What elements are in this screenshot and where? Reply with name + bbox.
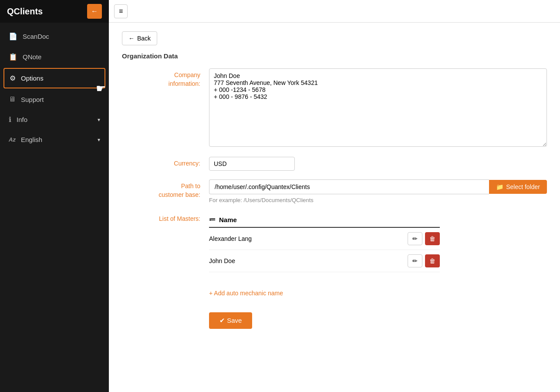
save-row: ✔ Save [122, 312, 547, 329]
table-row: John Doe ✏ 🗑 [209, 250, 440, 272]
edit-master-button[interactable]: ✏ [408, 232, 422, 245]
back-label: Back [137, 35, 151, 42]
folder-icon: 📁 [496, 183, 503, 190]
sidebar-item-support[interactable]: 🖥 Support [0, 89, 109, 109]
content-area: ← Back Organization Data Companyinformat… [109, 23, 560, 392]
support-icon: 🖥 [9, 95, 16, 103]
save-button[interactable]: ✔ Save [209, 312, 252, 329]
main-content: ≡ ← Back Organization Data Companyinform… [109, 0, 560, 392]
add-mechanic-button[interactable]: + Add auto mechanic name [209, 290, 283, 297]
path-label: Path tocustomer base: [122, 179, 209, 199]
delete-master-button[interactable]: 🗑 [425, 232, 440, 245]
path-row: Path tocustomer base: 📁 Select folder Fo… [122, 179, 547, 203]
sidebar: QClients ← 📄 ScanDoc 📋 QNote ⚙ Options ☛… [0, 0, 109, 392]
masters-row: List of Masters: ≔ Name Alexander Lang ✏… [122, 212, 547, 272]
path-hint: For example: /Users/Documents/QClients [209, 197, 547, 203]
currency-input[interactable] [209, 157, 295, 171]
masters-header: ≔ Name [209, 212, 440, 228]
back-arrow-icon: ← [128, 35, 135, 42]
back-arrow-icon: ← [91, 7, 98, 15]
info-icon: ℹ [9, 115, 11, 124]
form-section: Companyinformation: John Doe 777 Seventh… [122, 68, 547, 329]
company-info-wrap: John Doe 777 Seventh Avenue, New York 54… [209, 68, 547, 148]
chevron-down-icon: ▾ [98, 117, 100, 123]
masters-table: ≔ Name Alexander Lang ✏ 🗑 John Doe [209, 212, 440, 272]
sidebar-nav: 📄 ScanDoc 📋 QNote ⚙ Options ☛ 🖥 Support … [0, 23, 109, 392]
sidebar-item-label: QNote [23, 53, 41, 61]
master-name: Alexander Lang [209, 235, 408, 242]
table-row: Alexander Lang ✏ 🗑 [209, 228, 440, 250]
scandoc-icon: 📄 [9, 32, 17, 41]
currency-label: Currency: [122, 157, 209, 168]
sidebar-item-label: Support [21, 96, 44, 103]
sidebar-item-label: ScanDoc [23, 33, 49, 40]
company-info-label: Companyinformation: [122, 68, 209, 88]
select-folder-label: Select folder [506, 183, 540, 190]
sidebar-item-label: English [21, 136, 42, 143]
app-title: QClients [7, 7, 43, 17]
sidebar-item-label: Options [21, 74, 44, 82]
master-name: John Doe [209, 257, 408, 264]
sidebar-item-scandoc[interactable]: 📄 ScanDoc [0, 26, 109, 47]
currency-wrap [209, 157, 547, 171]
menu-button[interactable]: ≡ [114, 4, 128, 18]
path-wrap-outer: 📁 Select folder For example: /Users/Docu… [209, 179, 547, 203]
masters-col-name: Name [219, 216, 237, 223]
sidebar-item-options[interactable]: ⚙ Options ☛ [3, 68, 105, 88]
add-mechanic-row: + Add auto mechanic name [122, 281, 547, 304]
sidebar-item-qnote[interactable]: 📋 QNote [0, 47, 109, 67]
sidebar-item-label: Info [17, 116, 27, 123]
sidebar-back-button[interactable]: ← [87, 4, 102, 19]
qnote-icon: 📋 [9, 53, 17, 61]
masters-label: List of Masters: [122, 212, 209, 223]
edit-master-button[interactable]: ✏ [408, 254, 422, 267]
row-actions: ✏ 🗑 [408, 232, 440, 245]
hamburger-icon: ≡ [119, 7, 123, 15]
section-title: Organization Data [122, 52, 547, 60]
currency-row: Currency: [122, 157, 547, 171]
options-icon: ⚙ [10, 74, 16, 82]
masters-wrap: ≔ Name Alexander Lang ✏ 🗑 John Doe [209, 212, 547, 272]
row-actions: ✏ 🗑 [408, 254, 440, 267]
back-button[interactable]: ← Back [122, 31, 157, 45]
company-info-input[interactable]: John Doe 777 Seventh Avenue, New York 54… [209, 68, 547, 147]
select-folder-button[interactable]: 📁 Select folder [489, 180, 547, 194]
chevron-down-icon: ▾ [98, 137, 100, 143]
sidebar-header: QClients ← [0, 0, 109, 23]
company-info-row: Companyinformation: John Doe 777 Seventh… [122, 68, 547, 148]
sidebar-item-info[interactable]: ℹ Info ▾ [0, 109, 109, 130]
delete-master-button[interactable]: 🗑 [425, 254, 440, 267]
sidebar-item-english[interactable]: Az English ▾ [0, 130, 109, 149]
path-input-wrap: 📁 Select folder [209, 179, 547, 194]
language-icon: Az [9, 136, 16, 143]
topbar: ≡ [109, 0, 560, 23]
sort-icon: ≔ [209, 216, 216, 223]
path-input[interactable] [209, 179, 489, 194]
